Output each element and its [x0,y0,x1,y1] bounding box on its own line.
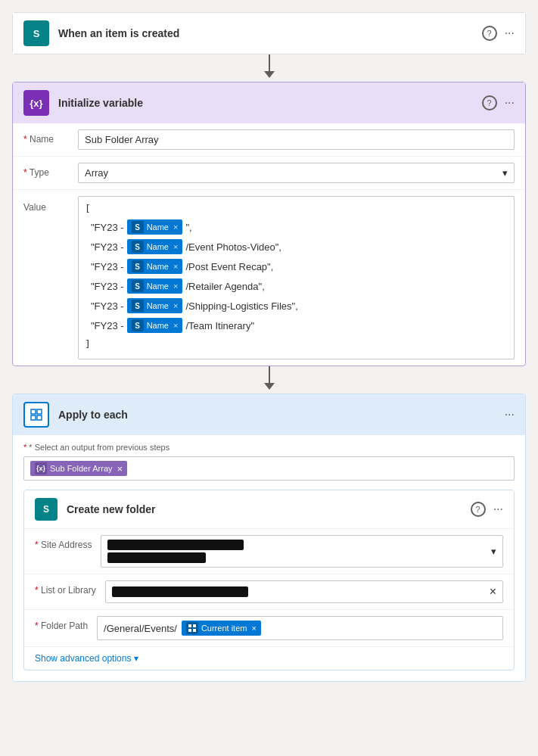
folder-path-box[interactable]: /General/Events/ [97,616,503,640]
init-more-button[interactable]: ··· [505,96,515,110]
arrow-1 [264,54,275,82]
show-advanced-button[interactable]: Show advanced options ▾ [24,647,514,670]
current-item-chip[interactable]: Current item × [182,621,261,636]
folder-path-row: * Folder Path /General/Events/ [24,610,514,647]
current-item-label: Current item [201,624,247,633]
selected-var-box[interactable]: {x} Sub Folder Array × [23,456,515,481]
svg-rect-1 [37,409,42,414]
var-chip-close[interactable]: × [117,463,123,474]
folder-path-prefix: /General/Events/ [104,623,177,634]
trigger-header: S When an item is created ? ··· [13,13,525,54]
value-label: Value [23,196,69,213]
name-label: * Name [23,129,69,145]
svg-rect-6 [188,629,191,632]
token-close-6[interactable]: × [173,321,178,330]
init-actions: ? ··· [482,95,515,110]
token-chip-5[interactable]: S Name × [127,298,183,313]
name-value[interactable]: Sub Folder Array [78,129,515,150]
bracket-close: ] [85,338,508,350]
create-folder-card: S Create new folder ? ··· * Site Address [23,490,515,670]
value-line-3: "FY23 - S Name × /Post Event Recap", [85,257,508,276]
select-output-label: * * Select an output from previous steps [23,443,515,452]
create-icon: S [35,498,58,521]
init-body: * Name Sub Folder Array * Type Array ▾ [13,123,525,366]
site-address-label: * Site Address [35,535,92,550]
token-label-5: Name [147,301,169,310]
line3-suffix: /Post Event Recap", [185,261,273,272]
token-close-4[interactable]: × [173,282,178,291]
close-icon-library[interactable]: × [490,585,496,599]
value-input[interactable]: [ "FY23 - S Name × ", [78,196,515,359]
create-actions: ? ··· [471,502,503,517]
value-box[interactable]: [ "FY23 - S Name × ", [78,196,515,359]
create-title: Create new folder [67,503,462,515]
line3-prefix: "FY23 - [91,261,124,272]
select-output-section: * * Select an output from previous steps… [23,443,515,481]
trigger-icon: S [23,20,49,46]
current-item-close[interactable]: × [251,624,256,633]
svg-rect-4 [188,624,191,627]
init-variable-card: {x} Initialize variable ? ··· * Name Sub… [12,82,526,366]
init-help-button[interactable]: ? [482,95,497,110]
line5-prefix: "FY23 - [91,300,124,312]
svg-rect-2 [31,415,36,420]
token-close-2[interactable]: × [173,242,178,251]
token-chip-1[interactable]: S Name × [127,219,183,235]
svg-rect-7 [193,629,196,632]
list-library-input[interactable]: × [105,580,503,603]
trigger-title: When an item is created [58,27,473,39]
arrow-2 [264,366,275,394]
var-chip-icon: {x} [35,462,47,474]
token-chip-2[interactable]: S Name × [127,239,183,254]
token-icon-1: S [132,221,144,233]
token-icon-4: S [132,280,144,292]
value-line-2: "FY23 - S Name × /Event Photos-Video", [85,237,508,257]
apply-more-button[interactable]: ··· [505,408,515,422]
trigger-more-button[interactable]: ··· [505,26,515,40]
var-chip[interactable]: {x} Sub Folder Array × [30,461,127,476]
apply-nested-body: * * Select an output from previous steps… [13,435,525,670]
trigger-card: S When an item is created ? ··· [12,12,526,54]
token-chip-4[interactable]: S Name × [127,278,183,294]
create-more-button[interactable]: ··· [493,502,503,516]
token-label-3: Name [147,262,169,271]
value-line-5: "FY23 - S Name × /Shipping-Logistics Fil… [85,296,508,316]
name-field-row: * Name Sub Folder Array [13,123,525,157]
token-icon-3: S [132,260,144,272]
line4-prefix: "FY23 - [91,281,124,292]
list-library-dropdown[interactable]: × [105,580,503,603]
init-icon: {x} [23,90,49,116]
folder-path-input[interactable]: /General/Events/ [97,616,503,640]
trigger-help-button[interactable]: ? [482,26,497,41]
site-address-input[interactable]: ▾ [101,535,503,568]
trigger-actions: ? ··· [482,26,515,41]
apply-header: Apply to each ··· [13,394,525,435]
create-header: S Create new folder ? ··· [24,490,514,529]
token-chip-3[interactable]: S Name × [127,259,183,274]
site-address-redacted-2 [107,552,206,563]
line1-prefix: "FY23 - [91,222,124,233]
line5-suffix: /Shipping-Logistics Files", [185,300,297,312]
show-advanced-label: Show advanced options [35,653,131,664]
name-input[interactable]: Sub Folder Array [78,129,515,150]
svg-rect-0 [31,409,36,414]
apply-icon [23,402,49,428]
token-label-1: Name [147,222,169,232]
token-close-1[interactable]: × [173,222,178,232]
type-select[interactable]: Array ▾ [78,163,515,183]
token-chip-6[interactable]: S Name × [127,318,183,333]
token-close-3[interactable]: × [173,262,178,271]
init-title: Initialize variable [58,97,473,109]
create-help-button[interactable]: ? [471,502,486,517]
type-dropdown[interactable]: Array ▾ [78,163,515,183]
token-icon-6: S [132,319,144,331]
token-close-5[interactable]: × [173,301,178,310]
line6-prefix: "FY23 - [91,320,124,331]
apply-each-card: Apply to each ··· * * Select an output f… [12,394,526,682]
list-library-redacted [112,586,248,597]
site-address-dropdown[interactable]: ▾ [101,535,503,568]
var-chip-label: Sub Folder Array [50,464,113,473]
line6-suffix: /Team Itinerary" [185,320,254,331]
type-label: * Type [23,163,69,178]
chevron-down-icon-advanced: ▾ [134,653,138,664]
